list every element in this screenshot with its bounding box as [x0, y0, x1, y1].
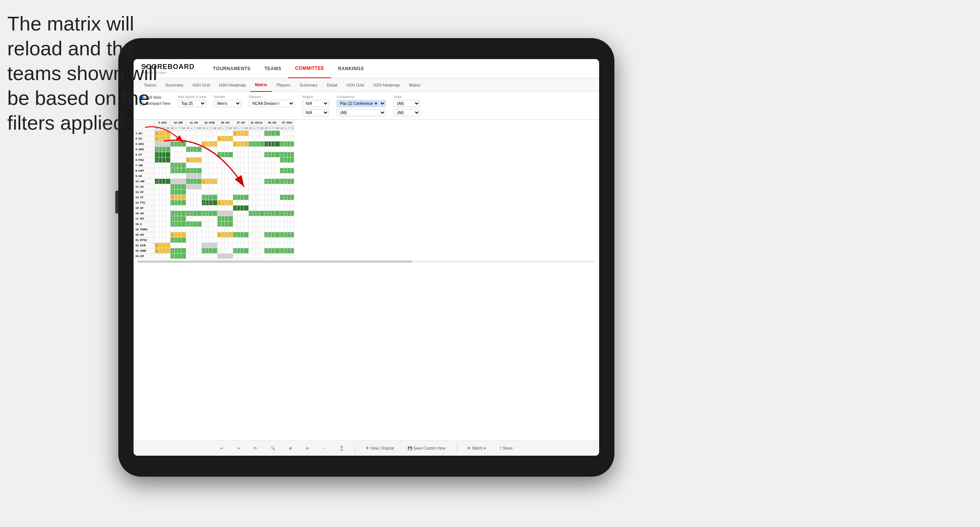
- cell-8-7-3: [275, 174, 280, 179]
- nav-rankings[interactable]: RANKINGS: [331, 59, 371, 78]
- cell-8-5-0: [233, 174, 237, 179]
- region-label: Region: [302, 95, 329, 99]
- sub-nav-matrix[interactable]: Matrix: [250, 78, 272, 92]
- redo-button[interactable]: ↪: [234, 445, 243, 452]
- region-select[interactable]: N/A: [302, 100, 329, 107]
- cell-12-1-0: 2: [171, 195, 175, 200]
- sub-nav-matrix2[interactable]: Matrix: [405, 78, 425, 92]
- conference-select2[interactable]: (All): [337, 109, 386, 116]
- cell-9-0-0: 1: [155, 179, 159, 184]
- cell-13-6-0: [249, 200, 253, 206]
- cell-15-8-3: [291, 211, 294, 216]
- cell-20-3-2: [209, 238, 213, 243]
- col-header-ucb: 22. UCB: [202, 120, 218, 125]
- sub-nav-h2h-heatmap2[interactable]: H2H Heatmap: [369, 78, 405, 92]
- cell-8-4-3: [228, 174, 233, 179]
- sub-nav-detail[interactable]: Detail: [322, 78, 342, 92]
- cell-23-5-0: [233, 254, 237, 259]
- cell-16-0-2: [162, 216, 166, 222]
- cell-15-7-2: [272, 211, 275, 216]
- cell-2-7-0: 2: [264, 141, 269, 147]
- cell-11-3-3: [213, 190, 218, 195]
- timer-button[interactable]: ⌛: [336, 445, 347, 452]
- scrollbar-thumb[interactable]: [137, 260, 412, 263]
- nav-tournaments[interactable]: TOURNAMENTS: [206, 59, 258, 78]
- cell-0-7-1: [268, 131, 272, 136]
- sub-nav-h2h-grid2[interactable]: H2H Grid: [342, 78, 369, 92]
- cell-3-6-2: [256, 147, 260, 152]
- cell-17-0-2: [162, 222, 166, 227]
- cell-3-7-3: [275, 147, 280, 152]
- cell-22-0-1: [159, 248, 162, 254]
- cell-1-7-2: [272, 136, 275, 141]
- col-header-ua: 11. UA: [186, 120, 202, 125]
- cell-3-3-0: [202, 147, 206, 152]
- cell-2-8-2: [287, 141, 291, 147]
- nav-teams[interactable]: TEAMS: [258, 59, 289, 78]
- division-select[interactable]: NCAA Division I NCAA Division II: [249, 100, 295, 107]
- zoom-in-button[interactable]: ⊕: [286, 445, 295, 452]
- cell-10-4-2: [225, 184, 228, 190]
- cell-19-4-1: [221, 232, 225, 238]
- share-button[interactable]: ⤴ Share: [496, 445, 516, 452]
- max-teams-select[interactable]: Top 25 Top 50 All: [178, 100, 206, 107]
- row-label-4: 5. UT: [134, 152, 155, 157]
- cell-19-7-3: [275, 232, 280, 238]
- cell-12-5-1: [237, 195, 240, 200]
- cell-8-0-2: [162, 174, 166, 179]
- cell-22-8-3: [291, 248, 294, 254]
- sub-nav-players[interactable]: Players: [272, 78, 295, 92]
- matrix-content[interactable]: 3. ASU 10. UW 11. UA 22. UCB 24. UO 27. …: [134, 120, 599, 440]
- gender-filter: Gender Men's Women's: [214, 95, 241, 107]
- zoom-out-button[interactable]: 🔍: [268, 445, 278, 452]
- cell-1-2-1: [190, 136, 193, 141]
- cell-18-2-0: [186, 227, 190, 232]
- cell-21-5-1: [237, 243, 240, 248]
- cell-18-2-1: [190, 227, 193, 232]
- cell-17-6-0: [249, 222, 253, 227]
- region-select2[interactable]: N/A: [302, 109, 329, 116]
- watch-button[interactable]: 👁 Watch ▾: [464, 445, 489, 452]
- cell-14-8-3: [291, 206, 294, 211]
- cell-14-0-3: [166, 206, 171, 211]
- refresh-button[interactable]: ⟳: [251, 445, 260, 452]
- conference-select[interactable]: Pac-12 Conference ▼ (All): [337, 100, 386, 107]
- conference-filter: Conference Pac-12 Conference ▼ (All) (Al…: [337, 95, 386, 116]
- cell-4-8-0: 0: [280, 152, 284, 157]
- team-select2[interactable]: (All): [393, 109, 420, 116]
- col-header-uu: 54. UU: [264, 120, 280, 125]
- dots-button[interactable]: ···: [319, 445, 329, 452]
- cell-3-5-1: [237, 147, 240, 152]
- cell-22-2-1: [190, 248, 193, 254]
- cell-16-6-2: [256, 216, 260, 222]
- view-original-button[interactable]: 👁 View: Original: [363, 445, 397, 452]
- cell-1-8-3: [291, 136, 294, 141]
- horizontal-scrollbar[interactable]: [137, 260, 595, 263]
- cell-17-5-3: [244, 222, 249, 227]
- sub-nav-summary2[interactable]: Summary: [295, 78, 322, 92]
- sub-nav-h2h-heatmap[interactable]: H2H Heatmap: [214, 78, 250, 92]
- cell-22-2-2: [193, 248, 197, 254]
- cell-6-7-2: [272, 163, 275, 168]
- cell-8-7-0: [264, 174, 269, 179]
- cell-2-0-3: [166, 141, 171, 147]
- nav-committee[interactable]: COMMITTEE: [288, 59, 331, 78]
- zoom-minus-button[interactable]: ⊖: [303, 445, 312, 452]
- cell-11-3-1: [206, 190, 209, 195]
- save-custom-view-button[interactable]: 💾 Save Custom View: [405, 445, 448, 452]
- gender-select[interactable]: Men's Women's: [214, 100, 241, 107]
- cell-6-2-2: [193, 163, 197, 168]
- cell-11-0-0: [155, 190, 159, 195]
- undo-button[interactable]: ↩: [217, 445, 226, 452]
- cell-23-0-1: [159, 254, 162, 259]
- cell-10-0-2: [162, 184, 166, 190]
- cell-1-0-0: 1: [155, 136, 159, 141]
- cell-17-5-1: [237, 222, 240, 227]
- cell-23-1-0: 2: [171, 254, 175, 259]
- cell-4-1-3: [181, 152, 186, 157]
- cell-2-6-0: 1: [249, 141, 253, 147]
- sub-nav-h2h-grid[interactable]: H2H Grid: [188, 78, 214, 92]
- team-select[interactable]: (All): [393, 100, 420, 107]
- cell-13-7-0: [264, 200, 269, 206]
- cell-17-6-3: [260, 222, 264, 227]
